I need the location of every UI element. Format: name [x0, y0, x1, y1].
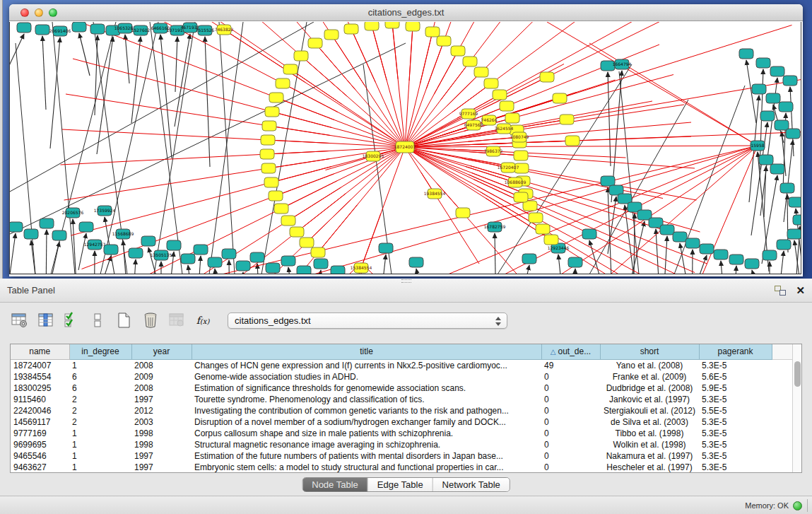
- graph-node[interactable]: [104, 245, 118, 255]
- cell-in_degree[interactable]: 1: [69, 462, 131, 473]
- graph-node[interactable]: [314, 259, 328, 269]
- graph-node[interactable]: [17, 23, 31, 33]
- graph-node[interactable]: [787, 229, 801, 239]
- graph-node[interactable]: [385, 22, 399, 28]
- graph-node[interactable]: [673, 232, 687, 242]
- cell-year[interactable]: 1997: [131, 462, 192, 473]
- graph-node[interactable]: [167, 240, 181, 250]
- close-window-button[interactable]: [20, 8, 29, 17]
- cell-pagerank[interactable]: 5.5E-5: [699, 405, 772, 416]
- cell-title[interactable]: Corpus callosum shape and size in male p…: [192, 428, 541, 439]
- cell-in_degree[interactable]: 1: [69, 428, 131, 439]
- graph-node[interactable]: [261, 135, 275, 145]
- cell-year[interactable]: 2008: [131, 382, 192, 394]
- graph-node[interactable]: [514, 151, 528, 160]
- cell-title[interactable]: Changes of HCN gene expression and I(f) …: [192, 359, 541, 371]
- graph-node[interactable]: [493, 90, 507, 100]
- table-selector-dropdown[interactable]: citations_edges.txt: [228, 313, 507, 329]
- cell-out_degree[interactable]: 0: [541, 405, 600, 416]
- graph-node[interactable]: [300, 238, 314, 247]
- cell-short[interactable]: Nakamura et al. (1997): [600, 450, 699, 462]
- cell-out_degree[interactable]: 0: [541, 439, 600, 450]
- cell-short[interactable]: Tibbo et al. (1998): [600, 428, 699, 439]
- panel-resize-grip[interactable]: [401, 279, 411, 283]
- tab-network-table[interactable]: Network Table: [433, 478, 510, 491]
- graph-node[interactable]: [129, 248, 143, 258]
- cell-short[interactable]: de Silva et al. (2003): [600, 416, 699, 428]
- cell-in_degree[interactable]: 2: [69, 394, 131, 405]
- graph-node[interactable]: [660, 225, 674, 235]
- graph-node[interactable]: [281, 256, 295, 266]
- graph-node[interactable]: [752, 84, 766, 94]
- graph-node[interactable]: [745, 259, 759, 269]
- graph-node[interactable]: [290, 227, 304, 237]
- graph-node[interactable]: [514, 192, 528, 202]
- cell-in_degree[interactable]: 2: [69, 405, 131, 416]
- table-row[interactable]: 1938455462009Genome-wide association stu…: [11, 371, 792, 382]
- cell-year[interactable]: 1997: [131, 394, 192, 405]
- graph-node[interactable]: [409, 257, 423, 267]
- graph-node[interactable]: [759, 155, 773, 165]
- graph-node[interactable]: [474, 67, 488, 77]
- cell-name[interactable]: 9115460: [11, 394, 69, 405]
- graph-node[interactable]: [24, 229, 38, 239]
- cell-out_degree[interactable]: 0: [541, 382, 600, 394]
- table-settings-icon[interactable]: [10, 310, 30, 330]
- table-scrollbar-thumb[interactable]: [794, 361, 801, 387]
- graph-node[interactable]: [35, 25, 49, 35]
- new-document-icon[interactable]: [114, 310, 134, 330]
- cell-year[interactable]: 1998: [131, 428, 192, 439]
- cell-year[interactable]: 2012: [131, 405, 192, 416]
- table-row[interactable]: 969969511998Structural magnetic resonanc…: [11, 439, 792, 450]
- graph-node[interactable]: [269, 191, 283, 201]
- cell-name[interactable]: 18300295: [11, 382, 69, 394]
- graph-node[interactable]: [274, 204, 288, 214]
- graph-node[interactable]: [770, 66, 784, 76]
- cell-in_degree[interactable]: 6: [69, 382, 131, 394]
- graph-node[interactable]: [540, 72, 554, 82]
- graph-node[interactable]: [780, 183, 794, 193]
- graph-node[interactable]: [568, 257, 582, 267]
- cell-year[interactable]: 1997: [131, 450, 192, 462]
- cell-name[interactable]: 22420046: [11, 405, 69, 416]
- column-header-short[interactable]: short: [600, 344, 699, 359]
- graph-node[interactable]: [236, 261, 250, 271]
- graph-node[interactable]: [406, 22, 420, 31]
- tab-edge-table[interactable]: Edge Table: [368, 478, 433, 491]
- table-panel-titlebar[interactable]: Table Panel ✕: [0, 279, 812, 303]
- graph-node[interactable]: [582, 229, 596, 239]
- graph-node[interactable]: [763, 250, 777, 260]
- graph-node[interactable]: [72, 22, 86, 32]
- cell-short[interactable]: Jankovic et al. (1997): [600, 394, 699, 405]
- graph-node[interactable]: [686, 238, 700, 248]
- graph-node[interactable]: [283, 64, 298, 74]
- graph-node[interactable]: [276, 78, 290, 88]
- graph-node[interactable]: [265, 107, 279, 117]
- table-row[interactable]: 1456911722003Disruption of a novel membe…: [11, 416, 792, 428]
- cell-pagerank[interactable]: 5.6E-5: [699, 371, 772, 382]
- column-header-out_degree[interactable]: △out_de...: [541, 344, 600, 359]
- network-window-titlebar[interactable]: citations_edges.txt: [9, 4, 803, 21]
- graph-node[interactable]: [451, 46, 465, 56]
- graph-node[interactable]: [500, 101, 514, 111]
- cell-name[interactable]: 18724007: [11, 359, 69, 371]
- float-panel-icon[interactable]: [775, 286, 786, 296]
- graph-node[interactable]: [194, 245, 208, 255]
- column-header-in_degree[interactable]: in_degree: [69, 344, 131, 359]
- cell-pagerank[interactable]: 5.3E-5: [699, 359, 772, 371]
- graph-node[interactable]: [775, 120, 789, 130]
- cell-name[interactable]: 9465546: [11, 450, 69, 462]
- tab-node-table[interactable]: Node Table: [302, 478, 368, 491]
- function-builder-icon[interactable]: f(x): [193, 310, 213, 330]
- graph-node[interactable]: [565, 136, 579, 146]
- table-row[interactable]: 977716911998Corpus callosum shape and si…: [11, 428, 792, 439]
- cell-out_degree[interactable]: 0: [541, 416, 600, 428]
- graph-node[interactable]: [560, 115, 574, 124]
- network-view-canvas[interactable]: 2069140610653287152760264661601071918546…: [9, 22, 801, 274]
- cell-in_degree[interactable]: 1: [69, 450, 131, 462]
- graph-node[interactable]: [786, 129, 800, 139]
- graph-node[interactable]: [269, 93, 283, 103]
- cell-year[interactable]: 2003: [131, 416, 192, 428]
- table-row[interactable]: 1872400712008Changes of HCN gene express…: [11, 359, 792, 371]
- cell-short[interactable]: Stergiakouli et al. (2012): [600, 405, 699, 416]
